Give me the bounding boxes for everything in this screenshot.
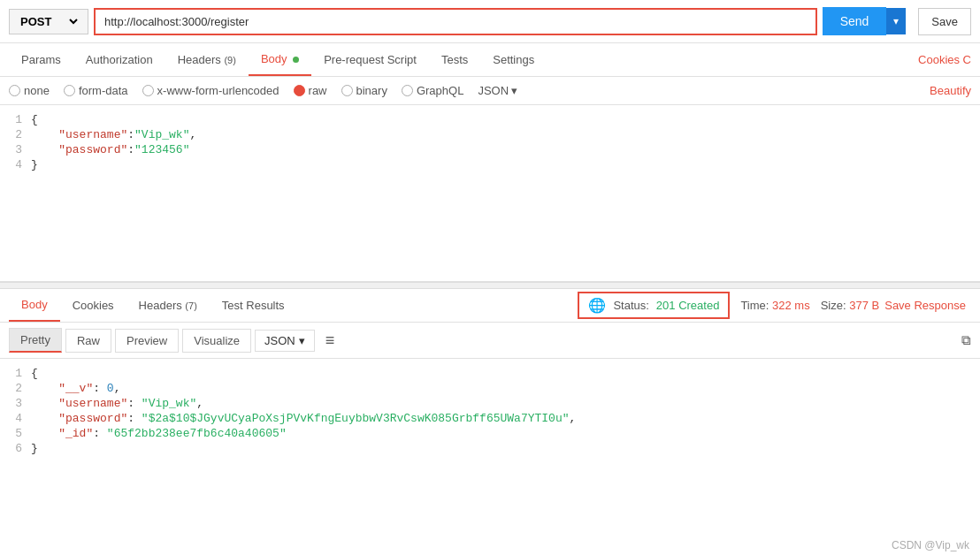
cookies-link[interactable]: Cookies C [918, 44, 971, 75]
json-format-label: JSON [478, 84, 509, 97]
code-line-1: 1 { [0, 112, 980, 127]
json-format-chevron: ▾ [511, 84, 517, 97]
method-selector[interactable]: POST GET PUT DELETE PATCH [9, 9, 88, 34]
option-urlencoded-label: x-www-form-urlencoded [157, 84, 279, 97]
response-format-label: JSON [264, 334, 295, 347]
resp-line-2: 2 "__v": 0, [0, 381, 980, 396]
response-tab-body[interactable]: Body [9, 289, 60, 322]
request-body-editor[interactable]: 1 { 2 "username":"Vip_wk", 3 "password":… [0, 105, 980, 282]
send-btn-group: Send ▾ [823, 7, 907, 35]
copy-icon[interactable]: ⧉ [961, 332, 971, 348]
resp-line-4: 4 "password": "$2a$10$JGyvUCyaPoXsjPVvKf… [0, 411, 980, 426]
option-binary[interactable]: binary [341, 84, 387, 97]
view-pretty-button[interactable]: Pretty [9, 328, 62, 353]
option-none-label: none [24, 84, 50, 97]
url-input[interactable] [96, 10, 815, 34]
tab-tests[interactable]: Tests [429, 44, 480, 75]
code-line-3: 3 "password":"123456" [0, 142, 980, 157]
tab-authorization[interactable]: Authorization [73, 44, 165, 75]
size-label: Size: [821, 299, 846, 312]
panel-divider [0, 282, 980, 289]
url-input-wrapper [94, 8, 817, 35]
radio-graphql [402, 85, 413, 96]
time-label: Time: [740, 299, 769, 312]
save-button[interactable]: Save [918, 8, 971, 35]
status-area: 🌐 Status: 201 Created [578, 292, 730, 319]
resp-line-3: 3 "username": "Vip_wk", [0, 396, 980, 411]
beautify-button[interactable]: Beautify [930, 84, 971, 97]
response-headers-badge: (7) [185, 300, 196, 311]
top-bar: POST GET PUT DELETE PATCH Send ▾ Save [0, 0, 980, 43]
tab-headers[interactable]: Headers (9) [165, 44, 249, 75]
save-response-button[interactable]: Save Response [879, 299, 971, 312]
radio-binary [341, 85, 353, 96]
send-button[interactable]: Send [823, 7, 887, 35]
option-urlencoded[interactable]: x-www-form-urlencoded [142, 84, 279, 97]
response-tab-test-results[interactable]: Test Results [210, 290, 297, 321]
response-tab-headers[interactable]: Headers (7) [126, 290, 210, 321]
option-raw-label: raw [309, 84, 327, 97]
code-line-2: 2 "username":"Vip_wk", [0, 127, 980, 142]
radio-form-data [64, 85, 75, 96]
view-preview-button[interactable]: Preview [115, 329, 179, 353]
option-form-data[interactable]: form-data [64, 84, 128, 97]
body-dot [293, 57, 299, 63]
tab-params[interactable]: Params [9, 44, 73, 75]
body-options-row: none form-data x-www-form-urlencoded raw… [0, 77, 980, 105]
request-tabs-row: Params Authorization Headers (9) Body Pr… [0, 43, 980, 77]
resp-line-5: 5 "_id": "65f2bb238ee7fb6c40a40605" [0, 426, 980, 441]
view-raw-button[interactable]: Raw [65, 329, 111, 353]
code-line-4: 4 } [0, 157, 980, 172]
time-value: 322 ms [772, 299, 810, 312]
response-tab-cookies[interactable]: Cookies [60, 290, 126, 321]
headers-badge: (9) [224, 55, 235, 65]
option-raw[interactable]: raw [294, 84, 327, 97]
radio-urlencoded [142, 85, 154, 96]
time-section: Time: 322 ms [740, 299, 809, 312]
response-format-chevron: ▾ [299, 334, 305, 347]
response-tabs-row: Body Cookies Headers (7) Test Results 🌐 … [0, 289, 980, 323]
response-options-row: Pretty Raw Preview Visualize JSON ▾ ≡ ⧉ [0, 323, 980, 359]
tab-body[interactable]: Body [249, 43, 311, 76]
size-section: Size: 377 B [821, 299, 880, 312]
option-graphql-label: GraphQL [417, 84, 463, 97]
response-body-editor: 1 { 2 "__v": 0, 3 "username": "Vip_wk", … [0, 359, 980, 465]
status-value: 201 Created [656, 299, 720, 312]
wrap-icon[interactable]: ≡ [325, 331, 335, 350]
response-format-dropdown[interactable]: JSON ▾ [255, 330, 315, 352]
tab-pre-request-script[interactable]: Pre-request Script [311, 44, 429, 75]
view-visualize-button[interactable]: Visualize [182, 329, 251, 353]
globe-icon: 🌐 [588, 297, 606, 314]
tab-settings[interactable]: Settings [480, 44, 547, 75]
resp-line-6: 6 } [0, 441, 980, 456]
option-form-data-label: form-data [79, 84, 128, 97]
radio-none [9, 85, 20, 96]
size-value: 377 B [849, 299, 879, 312]
radio-raw [294, 85, 305, 96]
send-dropdown-button[interactable]: ▾ [886, 8, 906, 34]
option-graphql[interactable]: GraphQL [402, 84, 463, 97]
option-none[interactable]: none [9, 84, 50, 97]
json-format-select[interactable]: JSON ▾ [478, 84, 517, 97]
option-binary-label: binary [356, 84, 387, 97]
status-label: Status: [613, 299, 648, 312]
method-dropdown[interactable]: POST GET PUT DELETE PATCH [17, 14, 80, 29]
resp-line-1: 1 { [0, 366, 980, 381]
